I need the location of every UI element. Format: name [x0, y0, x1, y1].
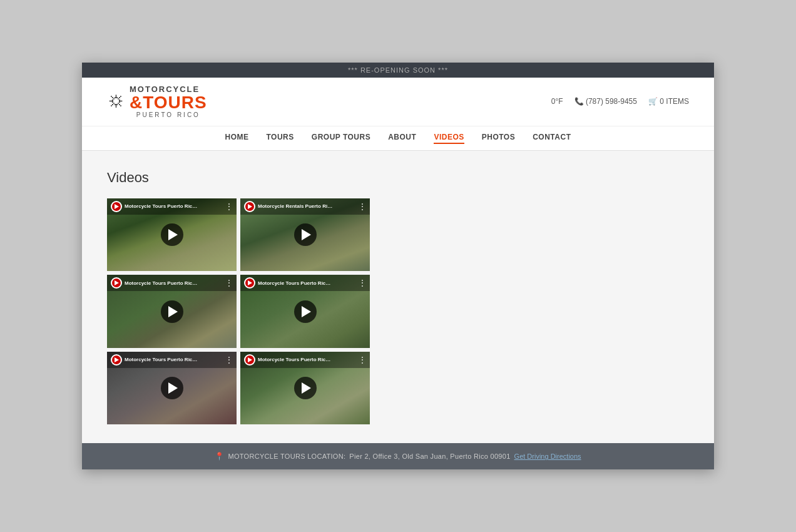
video-topbar-5: Motorcycle Tours Puerto Rico -... ⋮ [107, 352, 237, 368]
video-menu-4[interactable]: ⋮ [359, 279, 366, 287]
nav-contact[interactable]: CONTACT [533, 131, 571, 144]
logo[interactable]: ⛭ MOTORCYCLE &TOURS PUERTO RICO [107, 85, 207, 118]
yt-logo-4 [245, 279, 254, 287]
play-icon-3 [168, 306, 178, 317]
play-icon-4 [302, 306, 311, 317]
logo-text: MOTORCYCLE &TOURS PUERTO RICO [130, 85, 207, 118]
videos-grid: Motorcycle Tours Puerto Rico -... ⋮ [107, 198, 370, 424]
yt-play-2 [248, 204, 252, 209]
video-item-2[interactable]: Motorcycle Rentals Puerto Rico ⋮ [240, 198, 370, 271]
video-menu-5[interactable]: ⋮ [225, 356, 233, 364]
site-header: ⛭ MOTORCYCLE &TOURS PUERTO RICO 0°F 📞 (7… [82, 78, 714, 126]
video-item-6[interactable]: Motorcycle Tours Puerto Rico -... ⋮ [240, 352, 370, 424]
nav-group-tours[interactable]: GROUP TOURS [312, 131, 370, 144]
browser-window: *** RE-OPENING SOON *** ⛭ MOTORCYCLE &TO… [82, 63, 714, 470]
channel-icon-1 [111, 201, 122, 212]
play-button-6[interactable] [294, 377, 317, 399]
cart-button[interactable]: 🛒 0 ITEMS [648, 97, 689, 106]
video-overlay-3: Motorcycle Tours Puerto Rico -... ⋮ [107, 275, 237, 347]
footer-address: Pier 2, Office 3, Old San Juan, Puerto R… [349, 453, 510, 460]
logo-subtitle: PUERTO RICO [130, 111, 207, 118]
play-button-2[interactable] [294, 223, 317, 246]
site-footer: 📍 MOTORCYCLE TOURS LOCATION: Pier 2, Off… [82, 443, 714, 469]
video-title-4: Motorcycle Tours Puerto Rico -... [258, 280, 333, 286]
video-title-3: Motorcycle Tours Puerto Rico -... [125, 280, 200, 286]
yt-logo-5 [112, 356, 121, 364]
video-title-1: Motorcycle Tours Puerto Rico -... [125, 203, 200, 209]
video-item-3[interactable]: Motorcycle Tours Puerto Rico -... ⋮ [107, 275, 237, 347]
yt-logo-3 [112, 279, 121, 287]
announcement-bar: *** RE-OPENING SOON *** [82, 63, 714, 78]
video-topbar-6: Motorcycle Tours Puerto Rico -... ⋮ [240, 352, 370, 368]
channel-icon-2 [244, 201, 255, 212]
video-topbar-1: Motorcycle Tours Puerto Rico -... ⋮ [107, 198, 237, 215]
video-title-6: Motorcycle Tours Puerto Rico -... [258, 357, 333, 362]
video-channel-3: Motorcycle Tours Puerto Rico -... [111, 277, 200, 289]
play-button-5[interactable] [161, 377, 183, 399]
play-icon-5 [168, 382, 178, 394]
video-overlay-1: Motorcycle Tours Puerto Rico -... ⋮ [107, 198, 237, 271]
channel-icon-4 [244, 277, 255, 289]
nav-about[interactable]: ABOUT [388, 131, 416, 144]
play-button-3[interactable] [161, 300, 183, 323]
play-button-4[interactable] [294, 300, 317, 323]
page-title: Videos [107, 170, 689, 186]
video-title-5: Motorcycle Tours Puerto Rico -... [125, 357, 200, 362]
yt-play-6 [248, 357, 252, 362]
yt-play-1 [115, 204, 119, 209]
footer-location-label: MOTORCYCLE TOURS LOCATION: [228, 453, 345, 460]
video-topbar-3: Motorcycle Tours Puerto Rico -... ⋮ [107, 275, 237, 291]
video-menu-6[interactable]: ⋮ [359, 356, 366, 364]
video-menu-3[interactable]: ⋮ [225, 279, 233, 287]
navigation: HOME TOURS GROUP TOURS ABOUT VIDEOS PHOT… [82, 126, 714, 151]
video-item-1[interactable]: Motorcycle Tours Puerto Rico -... ⋮ [107, 198, 237, 271]
temperature: 0°F [551, 97, 563, 106]
video-menu-1[interactable]: ⋮ [225, 202, 233, 211]
yt-logo-6 [245, 356, 254, 364]
logo-icon: ⛭ [107, 91, 126, 112]
yt-play-3 [115, 280, 119, 285]
video-channel-4: Motorcycle Tours Puerto Rico -... [244, 277, 333, 289]
footer-directions-link[interactable]: Get Driving Directions [514, 453, 581, 460]
video-channel-5: Motorcycle Tours Puerto Rico -... [111, 354, 200, 366]
nav-tours[interactable]: TOURS [267, 131, 294, 144]
video-menu-2[interactable]: ⋮ [359, 202, 366, 211]
yt-play-5 [115, 357, 119, 362]
channel-icon-3 [111, 277, 122, 289]
announcement-text: *** RE-OPENING SOON *** [348, 66, 448, 74]
yt-logo-1 [112, 202, 121, 211]
video-overlay-6: Motorcycle Tours Puerto Rico -... ⋮ [240, 352, 370, 424]
location-icon: 📍 [215, 452, 224, 461]
channel-icon-6 [244, 354, 255, 366]
nav-videos[interactable]: VIDEOS [434, 131, 464, 144]
video-channel-6: Motorcycle Tours Puerto Rico -... [244, 354, 333, 366]
video-topbar-4: Motorcycle Tours Puerto Rico -... ⋮ [240, 275, 370, 291]
header-right: 0°F 📞 (787) 598-9455 🛒 0 ITEMS [551, 97, 689, 106]
video-overlay-5: Motorcycle Tours Puerto Rico -... ⋮ [107, 352, 237, 424]
play-icon-1 [168, 229, 178, 240]
video-item-5[interactable]: Motorcycle Tours Puerto Rico -... ⋮ [107, 352, 237, 424]
phone-number: 📞 (787) 598-9455 [574, 97, 637, 106]
play-icon-6 [302, 382, 311, 394]
play-button-1[interactable] [161, 223, 183, 246]
yt-play-4 [248, 280, 252, 285]
yt-logo-2 [245, 202, 254, 211]
video-channel-1: Motorcycle Tours Puerto Rico -... [111, 201, 200, 212]
logo-tours: &TOURS [130, 94, 207, 111]
video-overlay-2: Motorcycle Rentals Puerto Rico ⋮ [240, 198, 370, 271]
video-topbar-2: Motorcycle Rentals Puerto Rico ⋮ [240, 198, 370, 215]
nav-photos[interactable]: PHOTOS [482, 131, 515, 144]
video-channel-2: Motorcycle Rentals Puerto Rico [244, 201, 333, 212]
video-title-2: Motorcycle Rentals Puerto Rico [258, 203, 333, 209]
nav-home[interactable]: HOME [225, 131, 249, 144]
play-icon-2 [302, 229, 311, 240]
channel-icon-5 [111, 354, 122, 366]
video-overlay-4: Motorcycle Tours Puerto Rico -... ⋮ [240, 275, 370, 347]
video-item-4[interactable]: Motorcycle Tours Puerto Rico -... ⋮ [240, 275, 370, 347]
main-content: Videos Motorcycle Tours Puerto Rico -... [82, 151, 714, 443]
